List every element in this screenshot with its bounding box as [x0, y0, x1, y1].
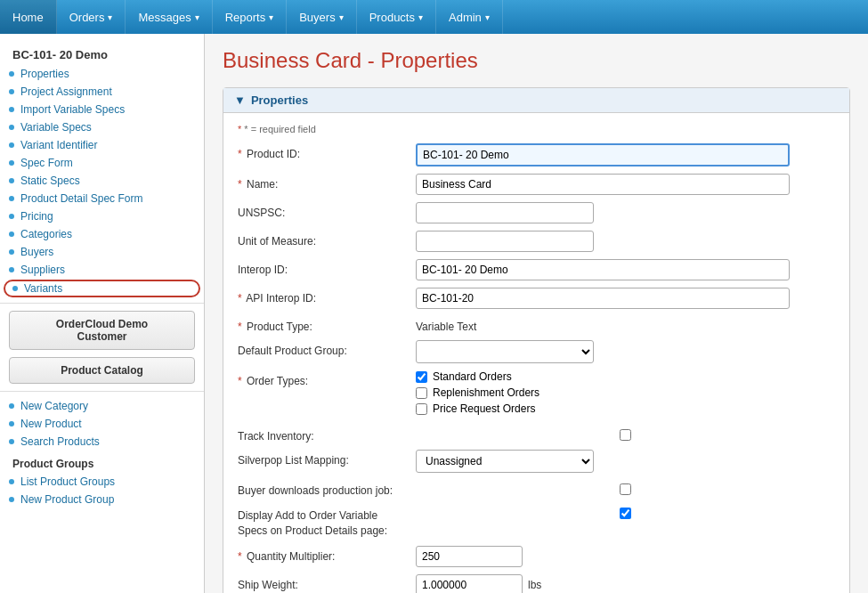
- nav-products[interactable]: Products ▾: [357, 0, 436, 34]
- quantity-multiplier-row: * Quantity Multiplier:: [238, 546, 835, 567]
- product-type-value: Variable Text: [416, 316, 835, 333]
- sidebar-item-static-specs[interactable]: Static Specs: [0, 172, 204, 190]
- product-id-value: [416, 143, 835, 167]
- sidebar-item-new-product-group[interactable]: New Product Group: [0, 491, 204, 508]
- sidebar-item-product-detail-spec-form[interactable]: Product Detail Spec Form: [0, 190, 204, 207]
- unspsc-label: UNSPSC:: [238, 202, 416, 219]
- bullet-icon: [9, 71, 14, 77]
- ordercloud-customer-button[interactable]: OrderCloud DemoCustomer: [9, 311, 195, 350]
- api-interop-id-input[interactable]: [416, 288, 790, 309]
- order-type-standard-checkbox[interactable]: [416, 371, 427, 383]
- buyer-downloads-value: [416, 480, 835, 495]
- unspsc-input[interactable]: [416, 202, 594, 223]
- api-interop-id-row: * API Interop ID:: [238, 288, 835, 309]
- sidebar-item-search-products[interactable]: Search Products: [0, 433, 204, 451]
- sidebar-item-variant-identifier[interactable]: Variant Identifier: [0, 136, 204, 154]
- bullet-icon: [9, 439, 14, 444]
- default-product-group-select[interactable]: [416, 340, 594, 363]
- bullet-icon: [9, 125, 14, 130]
- unit-of-measure-input[interactable]: [416, 231, 594, 252]
- product-id-input[interactable]: [416, 143, 790, 167]
- ship-weight-row: Ship Weight: lbs: [238, 574, 835, 593]
- section-header: ▼ Properties: [223, 88, 849, 113]
- nav-admin[interactable]: Admin ▾: [436, 0, 503, 34]
- interop-id-row: Interop ID:: [238, 259, 835, 280]
- bullet-icon: [9, 249, 14, 255]
- silverpop-select[interactable]: Unassigned: [416, 450, 594, 473]
- silverpop-value: Unassigned: [416, 450, 835, 473]
- sidebar-item-suppliers[interactable]: Suppliers: [0, 261, 204, 279]
- order-types-value: Standard Orders Replenishment Orders Pri…: [416, 370, 835, 418]
- bullet-icon: [9, 107, 14, 112]
- name-input[interactable]: [416, 174, 790, 195]
- nav-messages[interactable]: Messages ▾: [126, 0, 212, 34]
- buyer-downloads-label: Buyer downloads production job:: [238, 480, 416, 497]
- sidebar-item-project-assignment[interactable]: Project Assignment: [0, 83, 204, 101]
- chevron-down-icon: ▾: [195, 12, 199, 22]
- unspsc-row: UNSPSC:: [238, 202, 835, 223]
- default-product-group-value: [416, 340, 835, 363]
- unit-of-measure-row: Unit of Measure:: [238, 231, 835, 252]
- order-type-replenishment-checkbox[interactable]: [416, 387, 427, 399]
- bullet-icon: [9, 196, 14, 201]
- bullet-icon: [9, 497, 14, 502]
- main-content: Business Card - Properties ▼ Properties …: [205, 34, 868, 593]
- nav-reports[interactable]: Reports ▾: [213, 0, 288, 34]
- display-add-label: Display Add to Order VariableSpecs on Pr…: [238, 504, 416, 539]
- sidebar-item-variable-specs[interactable]: Variable Specs: [0, 118, 204, 136]
- sidebar-item-categories[interactable]: Categories: [0, 225, 204, 243]
- bullet-icon: [9, 421, 14, 426]
- track-inventory-checkbox[interactable]: [416, 429, 835, 441]
- sidebar-item-new-category[interactable]: New Category: [0, 397, 204, 415]
- page-title: Business Card - Properties: [223, 48, 850, 73]
- bullet-icon: [9, 267, 14, 272]
- quantity-multiplier-label: * Quantity Multiplier:: [238, 546, 416, 563]
- sidebar-divider: [0, 303, 204, 304]
- product-catalog-button[interactable]: Product Catalog: [9, 357, 195, 384]
- chevron-down-icon: ▾: [269, 12, 273, 22]
- bullet-icon: [9, 403, 14, 409]
- sidebar-divider-2: [0, 391, 204, 392]
- top-navigation: Home Orders ▾ Messages ▾ Reports ▾ Buyer…: [0, 0, 868, 34]
- api-interop-id-value: [416, 288, 835, 309]
- sidebar-item-properties[interactable]: Properties: [0, 65, 204, 83]
- order-type-price-request-checkbox[interactable]: [416, 403, 427, 415]
- sidebar-item-pricing[interactable]: Pricing: [0, 207, 204, 225]
- api-interop-id-label: * API Interop ID:: [238, 288, 416, 305]
- sidebar-item-buyers[interactable]: Buyers: [0, 243, 204, 261]
- sidebar-item-list-product-groups[interactable]: List Product Groups: [0, 473, 204, 491]
- bullet-icon: [12, 286, 18, 291]
- sidebar-item-import-variable-specs[interactable]: Import Variable Specs: [0, 101, 204, 118]
- buyer-downloads-checkbox[interactable]: [416, 483, 835, 495]
- order-types-row: * Order Types: Standard Orders Replenish…: [238, 370, 835, 418]
- bullet-icon: [9, 89, 14, 94]
- name-value: [416, 174, 835, 195]
- chevron-down-icon: ▾: [339, 12, 344, 22]
- properties-section: ▼ Properties * * = required field * Prod…: [223, 87, 850, 593]
- track-inventory-value: [416, 426, 835, 441]
- sidebar-product-title: BC-101- 20 Demo: [0, 43, 204, 65]
- chevron-down-icon: ▾: [108, 12, 112, 22]
- sidebar-item-variants[interactable]: Variants: [4, 280, 200, 297]
- bullet-icon: [9, 142, 14, 148]
- sidebar: BC-101- 20 Demo Properties Project Assig…: [0, 34, 205, 593]
- nav-buyers[interactable]: Buyers ▾: [287, 0, 356, 34]
- nav-home[interactable]: Home: [0, 0, 57, 34]
- silverpop-row: Silverpop List Mapping: Unassigned: [238, 450, 835, 473]
- quantity-multiplier-value: [416, 546, 835, 567]
- nav-orders[interactable]: Orders ▾: [57, 0, 126, 34]
- ship-weight-input[interactable]: [416, 574, 523, 593]
- quantity-multiplier-input[interactable]: [416, 546, 523, 567]
- sidebar-item-new-product[interactable]: New Product: [0, 415, 204, 433]
- bullet-icon: [9, 160, 14, 166]
- chevron-down-icon: ▾: [418, 12, 423, 22]
- interop-id-input[interactable]: [416, 259, 790, 280]
- display-add-row: Display Add to Order VariableSpecs on Pr…: [238, 504, 835, 539]
- product-id-row: * Product ID:: [238, 143, 835, 167]
- display-add-checkbox[interactable]: [416, 508, 835, 519]
- order-type-standard-row: Standard Orders: [416, 370, 835, 383]
- bullet-icon: [9, 232, 14, 237]
- order-type-price-request-row: Price Request Orders: [416, 402, 835, 415]
- sidebar-item-spec-form[interactable]: Spec Form: [0, 154, 204, 172]
- name-row: * Name:: [238, 174, 835, 195]
